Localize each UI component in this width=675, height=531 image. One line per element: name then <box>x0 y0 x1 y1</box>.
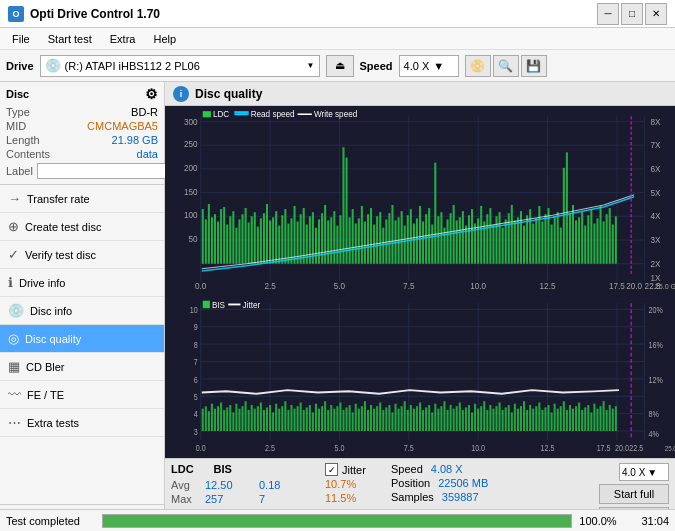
drive-toolbar-icons: 📀 🔍 💾 <box>465 55 547 77</box>
minimize-button[interactable]: ─ <box>597 3 619 25</box>
svg-text:16%: 16% <box>648 340 662 350</box>
svg-rect-282 <box>379 402 381 431</box>
svg-rect-56 <box>251 216 253 263</box>
svg-rect-160 <box>569 213 571 264</box>
position-row: Position 22506 MB <box>391 477 488 489</box>
svg-text:100: 100 <box>184 211 198 220</box>
svg-rect-325 <box>511 412 513 431</box>
svg-text:5.0: 5.0 <box>334 443 344 453</box>
jitter-checkbox[interactable]: ✓ <box>325 463 338 476</box>
close-button[interactable]: ✕ <box>645 3 667 25</box>
menu-file[interactable]: File <box>4 31 38 47</box>
svg-rect-274 <box>355 403 357 430</box>
title-bar-controls: ─ □ ✕ <box>597 3 667 25</box>
stats-max-row: Max 257 7 <box>171 493 309 505</box>
svg-rect-98 <box>379 212 381 264</box>
ldc-chart-svg: 300 250 200 150 100 50 8X 7X 6X 5X 4X 3X… <box>165 106 675 297</box>
svg-rect-42 <box>208 204 210 264</box>
menu-start-test[interactable]: Start test <box>40 31 100 47</box>
svg-rect-85 <box>339 215 341 263</box>
svg-rect-111 <box>419 206 421 264</box>
svg-rect-267 <box>333 408 335 430</box>
svg-rect-169 <box>596 218 598 263</box>
menu-extra[interactable]: Extra <box>102 31 144 47</box>
sidebar-item-disc-quality[interactable]: ◎ Disc quality <box>0 325 164 353</box>
svg-rect-291 <box>407 410 409 431</box>
svg-rect-339 <box>554 403 556 430</box>
sidebar-item-fe-te[interactable]: 〰 FE / TE <box>0 381 164 409</box>
svg-rect-122 <box>453 205 455 264</box>
svg-rect-290 <box>404 401 406 431</box>
svg-rect-177 <box>203 111 211 117</box>
sidebar-item-create-test-disc[interactable]: ⊕ Create test disc <box>0 213 164 241</box>
svg-rect-228 <box>214 408 216 430</box>
label-input[interactable] <box>37 163 166 179</box>
sidebar-item-transfer-rate[interactable]: → Transfer rate <box>0 185 164 213</box>
start-full-button[interactable]: Start full <box>599 484 669 504</box>
disc-info-settings-icon[interactable]: ⚙ <box>145 86 158 102</box>
svg-rect-304 <box>447 410 449 431</box>
stats-speed-select[interactable]: 4.0 X ▼ <box>619 463 669 481</box>
svg-rect-79 <box>321 213 323 264</box>
speed-select[interactable]: 4.0 X ▼ <box>399 55 459 77</box>
svg-text:10.0: 10.0 <box>470 282 486 291</box>
menu-help[interactable]: Help <box>145 31 184 47</box>
svg-rect-249 <box>278 408 280 430</box>
stats-avg-row: Avg 12.50 0.18 <box>171 479 309 491</box>
svg-rect-312 <box>471 412 473 431</box>
sidebar-item-drive-info[interactable]: ℹ Drive info <box>0 269 164 297</box>
drive-select[interactable]: 💿 (R:) ATAPI iHBS112 2 PL06 ▼ <box>40 55 320 77</box>
svg-rect-152 <box>544 214 546 263</box>
svg-rect-54 <box>245 208 247 264</box>
svg-rect-124 <box>459 217 461 263</box>
maximize-button[interactable]: □ <box>621 3 643 25</box>
svg-rect-78 <box>318 219 320 263</box>
svg-text:3X: 3X <box>651 236 661 245</box>
bis-col-header: BIS <box>214 463 232 475</box>
scan-button[interactable]: 🔍 <box>493 55 519 77</box>
eject-button[interactable]: ⏏ <box>326 55 354 77</box>
svg-rect-43 <box>211 217 213 263</box>
svg-text:4: 4 <box>194 409 198 419</box>
svg-text:7.5: 7.5 <box>403 282 415 291</box>
svg-rect-163 <box>578 217 580 263</box>
svg-rect-114 <box>428 208 430 264</box>
sidebar-item-disc-info[interactable]: 💿 Disc info <box>0 297 164 325</box>
svg-rect-336 <box>544 407 546 431</box>
svg-rect-252 <box>287 410 289 431</box>
sidebar-item-extra-tests[interactable]: ⋯ Extra tests <box>0 409 164 437</box>
speed-label: Speed <box>360 60 393 72</box>
main-layout: Disc ⚙ Type BD-R MID CMCMAGBA5 Length 21… <box>0 82 675 531</box>
svg-rect-361 <box>203 300 210 307</box>
svg-rect-115 <box>431 225 433 264</box>
svg-rect-230 <box>220 402 222 431</box>
disc-load-button[interactable]: 📀 <box>465 55 491 77</box>
svg-rect-289 <box>401 406 403 431</box>
svg-rect-322 <box>502 410 504 431</box>
svg-rect-243 <box>260 402 262 431</box>
svg-rect-139 <box>505 219 507 263</box>
svg-rect-241 <box>254 408 256 430</box>
svg-rect-263 <box>321 406 323 431</box>
svg-rect-49 <box>229 216 231 263</box>
disc-quality-header-icon: i <box>173 86 189 102</box>
svg-rect-107 <box>407 215 409 263</box>
verify-test-disc-icon: ✓ <box>8 247 19 262</box>
svg-rect-333 <box>535 406 537 431</box>
sidebar-item-cd-bler[interactable]: ▦ CD Bler <box>0 353 164 381</box>
sidebar-item-verify-test-disc[interactable]: ✓ Verify test disc <box>0 241 164 269</box>
stats-speed-dropdown-icon: ▼ <box>647 467 657 478</box>
svg-rect-272 <box>349 405 351 431</box>
svg-rect-242 <box>257 406 259 431</box>
svg-rect-326 <box>514 403 516 430</box>
svg-rect-262 <box>318 408 320 430</box>
svg-text:12.5: 12.5 <box>541 443 555 453</box>
svg-rect-165 <box>584 226 586 264</box>
svg-rect-82 <box>330 217 332 263</box>
svg-rect-323 <box>505 407 507 431</box>
svg-rect-292 <box>410 405 412 431</box>
save-button[interactable]: 💾 <box>521 55 547 77</box>
svg-rect-168 <box>593 224 595 264</box>
svg-rect-266 <box>330 405 332 431</box>
svg-rect-134 <box>489 208 491 264</box>
